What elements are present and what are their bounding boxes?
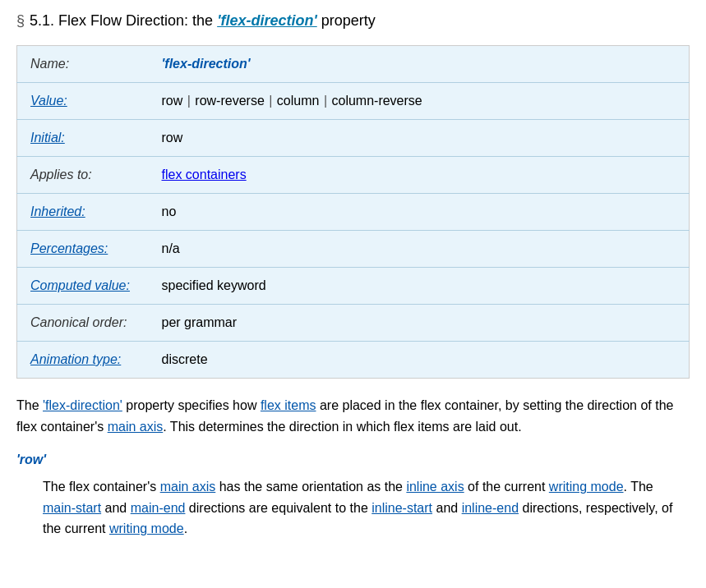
table-row-initial: Initial: row	[17, 120, 690, 157]
label-animation: Animation type:	[17, 342, 149, 379]
inline-end-link[interactable]: inline-end	[462, 501, 519, 515]
main-end-link[interactable]: main-end	[131, 501, 186, 515]
section-heading: § 5.1. Flex Flow Direction: the 'flex-di…	[16, 10, 690, 32]
description-paragraph: The 'flex-direction' property specifies …	[16, 395, 690, 437]
section-text-before: Flex Flow Direction: the	[58, 12, 213, 29]
value-animation: discrete	[149, 342, 690, 379]
subsection-row: 'row' The flex container's main axis has…	[16, 450, 690, 540]
table-row-animation: Animation type: discrete	[17, 342, 690, 379]
label-computed: Computed value:	[17, 268, 149, 305]
property-table: Name: 'flex-direction' Value: row | row-…	[16, 45, 690, 379]
table-row-value: Value: row | row-reverse | column | colu…	[17, 83, 690, 120]
value-initial: row	[149, 120, 690, 157]
inherited-link[interactable]: Inherited:	[30, 204, 85, 218]
label-canonical: Canonical order:	[17, 305, 149, 342]
value-computed: specified keyword	[149, 268, 690, 305]
value-percentages: n/a	[149, 231, 690, 268]
value-canonical: per grammar	[149, 305, 690, 342]
flex-items-link[interactable]: flex items	[261, 398, 316, 412]
inline-axis-link[interactable]: inline axis	[406, 480, 464, 494]
section-text-after: property	[321, 12, 376, 29]
inline-start-link[interactable]: inline-start	[371, 501, 432, 515]
value-inherited: no	[149, 194, 690, 231]
main-axis-link-2[interactable]: main axis	[160, 480, 216, 494]
writing-mode-link-1[interactable]: writing mode	[549, 480, 624, 494]
flex-direction-link-heading[interactable]: 'flex-direction'	[217, 12, 317, 29]
percentages-link[interactable]: Percentages:	[30, 241, 108, 255]
table-row-computed: Computed value: specified keyword	[17, 268, 690, 305]
value-applies-to: flex containers	[149, 157, 690, 194]
table-row-applies-to: Applies to: flex containers	[17, 157, 690, 194]
main-axis-link-1[interactable]: main axis	[108, 420, 164, 434]
value-name: 'flex-direction'	[149, 46, 690, 83]
label-inherited: Inherited:	[17, 194, 149, 231]
section-title: 5.1. Flex Flow Direction: the 'flex-dire…	[30, 10, 376, 32]
subsection-body: The flex container's main axis has the s…	[16, 476, 690, 540]
computed-link[interactable]: Computed value:	[30, 278, 130, 292]
flex-containers-link[interactable]: flex containers	[162, 168, 247, 181]
table-row-inherited: Inherited: no	[17, 194, 690, 231]
flex-direction-link-desc[interactable]: 'flex-direction'	[43, 398, 122, 412]
section-symbol: §	[16, 10, 25, 32]
main-start-link[interactable]: main-start	[43, 501, 101, 515]
animation-link[interactable]: Animation type:	[30, 352, 121, 366]
initial-link[interactable]: Initial:	[30, 131, 65, 145]
value-value: row | row-reverse | column | column-reve…	[149, 83, 690, 120]
label-initial: Initial:	[17, 120, 149, 157]
table-row-canonical: Canonical order: per grammar	[17, 305, 690, 342]
table-row-percentages: Percentages: n/a	[17, 231, 690, 268]
label-value: Value:	[17, 83, 149, 120]
writing-mode-link-2[interactable]: writing mode	[109, 521, 184, 535]
label-percentages: Percentages:	[17, 231, 149, 268]
section-number: 5.1.	[30, 12, 54, 29]
value-link[interactable]: Value:	[30, 94, 67, 108]
label-name: Name:	[17, 46, 149, 83]
subsection-title: 'row'	[16, 450, 690, 470]
flex-direction-name: 'flex-direction'	[162, 57, 251, 71]
label-applies-to: Applies to:	[17, 157, 149, 194]
table-row-name: Name: 'flex-direction'	[17, 46, 690, 83]
